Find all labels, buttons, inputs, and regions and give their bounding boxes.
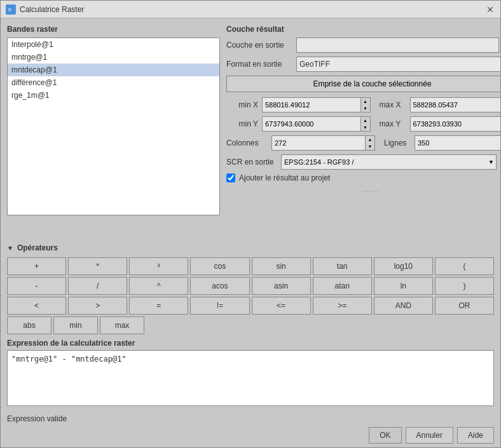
- right-panel: Couche résultat Couche en sortie ... For…: [226, 25, 500, 237]
- op-row-4: abs min max: [7, 316, 494, 334]
- left-panel: Bandes raster Interpolé@1 mntrge@1 mntde…: [7, 25, 220, 237]
- operators-label: Opérateurs: [17, 243, 58, 252]
- op-tan[interactable]: tan: [313, 257, 372, 275]
- expression-section: Expression de la calculatrice raster "mn…: [1, 339, 500, 412]
- op-sin[interactable]: sin: [252, 257, 311, 275]
- min-x-label: min X: [226, 100, 258, 109]
- main-window: R Calculatrice Raster ✕ Bandes raster In…: [0, 0, 501, 448]
- main-content: Bandes raster Interpolé@1 mntrge@1 mntde…: [1, 18, 500, 243]
- annuler-button[interactable]: Annuler: [406, 427, 453, 444]
- ok-button[interactable]: OK: [369, 427, 401, 444]
- op-row-1: + * ² cos sin tan log10 (: [7, 257, 494, 275]
- result-section-label: Couche résultat: [226, 25, 500, 34]
- op-divide[interactable]: /: [68, 277, 127, 295]
- window-title: Calculatrice Raster: [20, 5, 485, 14]
- min-y-spinner[interactable]: ▲ ▼: [360, 116, 371, 132]
- band-item[interactable]: Interpolé@1: [8, 38, 219, 51]
- expr-status: Expression valide: [1, 414, 500, 423]
- min-x-input[interactable]: [262, 97, 360, 112]
- aide-button[interactable]: Aide: [457, 427, 494, 444]
- op-min[interactable]: min: [53, 316, 98, 334]
- band-list[interactable]: Interpolé@1 mntrge@1 mntdecap@1 différen…: [7, 37, 220, 215]
- op-abs[interactable]: abs: [7, 316, 51, 334]
- op-multiply[interactable]: *: [68, 257, 127, 275]
- op-plus[interactable]: +: [7, 257, 66, 275]
- op-gte[interactable]: >=: [313, 297, 372, 315]
- min-y-label: min Y: [226, 119, 258, 128]
- bands-section-label: Bandes raster: [7, 25, 220, 34]
- op-acos[interactable]: acos: [190, 277, 249, 295]
- title-bar: R Calculatrice Raster ✕: [1, 1, 500, 18]
- band-item[interactable]: différence@1: [8, 76, 219, 89]
- band-item[interactable]: rge_1m@1: [8, 89, 219, 102]
- op-open-paren[interactable]: (: [435, 257, 494, 275]
- op-or[interactable]: OR: [435, 297, 494, 315]
- scr-select[interactable]: EPSG:2154 - RGF93 /: [281, 154, 497, 170]
- op-minus[interactable]: -: [7, 277, 66, 295]
- op-lte[interactable]: <=: [252, 297, 311, 315]
- app-icon: R: [6, 4, 16, 15]
- bottom-buttons: OK Annuler Aide: [1, 423, 500, 447]
- ajouter-row: Ajouter le résultat au projet: [226, 173, 500, 182]
- close-button[interactable]: ✕: [485, 4, 495, 15]
- colonnes-input[interactable]: [271, 135, 365, 151]
- op-neq[interactable]: !=: [190, 297, 249, 315]
- colonnes-label: Colonnes: [226, 139, 268, 147]
- op-log10[interactable]: log10: [374, 257, 433, 275]
- max-x-input[interactable]: [410, 97, 501, 112]
- min-y-down[interactable]: ▼: [361, 124, 370, 131]
- op-gt[interactable]: >: [68, 297, 127, 315]
- op-max[interactable]: max: [100, 316, 144, 334]
- colonnes-down[interactable]: ▼: [366, 143, 374, 150]
- scr-label: SCR en sortie: [226, 158, 277, 166]
- couche-input[interactable]: [296, 37, 499, 53]
- couche-label: Couche en sortie: [226, 41, 296, 50]
- ajouter-label[interactable]: Ajouter le résultat au projet: [239, 173, 330, 182]
- op-ln[interactable]: ln: [374, 277, 433, 295]
- op-and[interactable]: AND: [374, 297, 433, 315]
- x-row: min X ▲ ▼ max X ▲ ▼: [226, 97, 500, 112]
- op-atan[interactable]: atan: [313, 277, 372, 295]
- format-select-wrapper: GeoTIFF: [296, 57, 500, 72]
- operators-arrow-icon: ▼: [7, 245, 13, 252]
- op-row-2: - / ^ acos asin atan ln ): [7, 277, 494, 295]
- min-y-input[interactable]: [262, 116, 360, 132]
- min-y-up[interactable]: ▲: [361, 117, 370, 124]
- min-x-spinner[interactable]: ▲ ▼: [360, 97, 371, 112]
- format-label: Format en sortie: [226, 60, 296, 69]
- expr-textarea[interactable]: "mntrge@1" - "mntdecap@1": [7, 350, 494, 406]
- band-item[interactable]: mntdecap@1: [8, 64, 219, 76]
- max-x-label: max X: [374, 100, 406, 109]
- lignes-input[interactable]: [415, 135, 500, 151]
- expr-label: Expression de la calculatrice raster: [7, 339, 494, 348]
- op-power[interactable]: ^: [129, 277, 188, 295]
- op-close-paren[interactable]: ): [435, 277, 494, 295]
- op-row-3: < > = != <= >= AND OR: [7, 297, 494, 315]
- max-y-spinbox: ▲ ▼: [410, 116, 501, 132]
- op-cos[interactable]: cos: [190, 257, 249, 275]
- min-x-spinbox: ▲ ▼: [262, 97, 371, 112]
- max-x-spinbox: ▲ ▼: [410, 97, 501, 112]
- svg-text:R: R: [8, 8, 11, 12]
- ajouter-checkbox[interactable]: [226, 173, 235, 182]
- format-select[interactable]: GeoTIFF: [296, 57, 500, 72]
- op-eq[interactable]: =: [129, 297, 188, 315]
- colonnes-up[interactable]: ▲: [366, 136, 374, 143]
- max-y-label: max Y: [374, 119, 406, 128]
- format-row: Format en sortie GeoTIFF: [226, 57, 500, 72]
- scr-row: SCR en sortie EPSG:2154 - RGF93 /: [226, 154, 500, 170]
- emprise-button[interactable]: Emprise de la couche sélectionnée: [226, 76, 500, 92]
- scr-select-wrapper: EPSG:2154 - RGF93 /: [281, 154, 497, 170]
- op-squared[interactable]: ²: [129, 257, 188, 275]
- y-row: min Y ▲ ▼ max Y ▲ ▼: [226, 116, 500, 132]
- operators-section: ▼ Opérateurs + * ² cos sin tan log10 ( -…: [1, 243, 500, 339]
- colonnes-spinner[interactable]: ▲ ▼: [365, 135, 375, 151]
- operators-header[interactable]: ▼ Opérateurs: [7, 243, 494, 252]
- max-y-input[interactable]: [410, 116, 501, 132]
- op-lt[interactable]: <: [7, 297, 66, 315]
- min-x-down[interactable]: ▼: [361, 105, 370, 112]
- band-item[interactable]: mntrge@1: [8, 51, 219, 64]
- lignes-label: Lignes: [379, 139, 411, 147]
- min-x-up[interactable]: ▲: [361, 98, 370, 105]
- op-asin[interactable]: asin: [252, 277, 311, 295]
